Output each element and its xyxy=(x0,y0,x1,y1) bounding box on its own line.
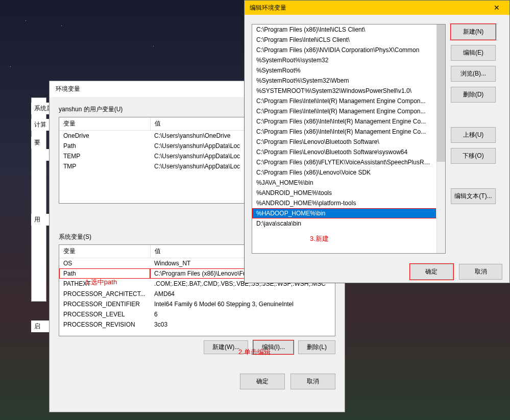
annotation-step3: 3.新建 xyxy=(310,234,329,243)
list-item[interactable]: %SystemRoot%\system32 xyxy=(252,55,436,65)
new-path-button[interactable]: 新建(N) xyxy=(451,24,496,40)
list-item[interactable]: C:\Program Files\Lenovo\Bluetooth Softwa… xyxy=(252,137,436,147)
bg-label-req: 要 xyxy=(31,137,43,149)
list-item[interactable]: %SYSTEMROOT%\System32\WindowsPowerShell\… xyxy=(252,86,436,96)
annotation-step2: 2.单击编辑 xyxy=(238,348,271,357)
table-row[interactable]: PROCESSOR_LEVEL6 xyxy=(59,309,335,319)
bg-label-user: 用 xyxy=(31,214,49,226)
list-item[interactable]: C:\Program Files\Intel\iCLS Client\ xyxy=(252,35,436,45)
browse-path-button[interactable]: 浏览(B)... xyxy=(451,66,496,82)
list-item[interactable]: C:\Program Files (x86)\iFLYTEK\VoiceAssi… xyxy=(252,157,436,167)
var-name: Path xyxy=(59,268,150,279)
scroll-thumb[interactable] xyxy=(436,24,445,162)
annotation-step1: 1.选中path xyxy=(85,278,117,287)
close-icon: ✕ xyxy=(494,4,500,12)
var-name: OneDrive xyxy=(59,131,150,141)
var-value: 3c03 xyxy=(150,319,334,330)
list-item[interactable]: %SystemRoot%\System32\Wbem xyxy=(252,76,436,86)
list-item[interactable]: C:\Program Files (x86)\Intel\Intel(R) Ma… xyxy=(252,127,436,137)
edit-path-button[interactable]: 编辑(E) xyxy=(451,45,496,61)
edit-cancel-button[interactable]: 取消 xyxy=(459,264,502,280)
list-item[interactable]: C:\Program Files (x86)\NVIDIA Corporatio… xyxy=(252,45,436,55)
env-ok-button[interactable]: 确定 xyxy=(240,374,285,389)
list-item[interactable]: C:\Program Files (x86)\Intel\iCLS Client… xyxy=(252,24,436,35)
sys-delete-button[interactable]: 删除(L) xyxy=(298,340,335,354)
user-col-variable[interactable]: 变量 xyxy=(59,117,150,131)
list-item[interactable]: %JAVA_HOME%\bin xyxy=(252,178,436,188)
edit-text-button[interactable]: 编辑文本(T)... xyxy=(451,188,496,204)
bg-label-computer: 计算 xyxy=(31,119,50,131)
var-name: PROCESSOR_LEVEL xyxy=(59,309,150,319)
close-button[interactable]: ✕ xyxy=(484,1,509,15)
env-cancel-button[interactable]: 取消 xyxy=(290,374,335,389)
sys-col-variable[interactable]: 变量 xyxy=(59,245,150,258)
edit-ok-button[interactable]: 确定 xyxy=(410,264,453,280)
var-name: PROCESSOR_REVISION xyxy=(59,319,150,330)
edit-dialog-title: 编辑环境变量 xyxy=(250,4,286,12)
var-name: OS xyxy=(59,258,150,269)
path-list-scrollbar[interactable] xyxy=(436,24,445,253)
list-item[interactable]: %HADOOP_HOME%\bin xyxy=(252,208,436,218)
var-name: TMP xyxy=(59,161,150,171)
list-item[interactable]: C:\Program Files (x86)\Lenovo\Voice SDK xyxy=(252,167,436,178)
var-name: TEMP xyxy=(59,151,150,161)
list-item[interactable]: C:\Program Files\Intel\Intel(R) Manageme… xyxy=(252,96,436,106)
list-item[interactable]: D:\java\scala\bin xyxy=(252,218,436,229)
edit-dialog-titlebar[interactable]: 编辑环境变量 ✕ xyxy=(245,1,509,15)
var-value: Intel64 Family 6 Model 60 Stepping 3, Ge… xyxy=(150,299,334,309)
list-item[interactable]: %SystemRoot% xyxy=(252,65,436,76)
move-up-button[interactable]: 上移(U) xyxy=(451,127,496,143)
edit-environment-variable-dialog: 编辑环境变量 ✕ C:\Program Files (x86)\Intel\iC… xyxy=(244,0,510,283)
var-value: AMD64 xyxy=(150,289,334,299)
list-item[interactable]: C:\Program Files\Intel\Intel(R) Manageme… xyxy=(252,106,436,116)
table-row[interactable]: PROCESSOR_ARCHITECT...AMD64 xyxy=(59,289,335,299)
list-item[interactable]: %ANDROID_HOME%\platform-tools xyxy=(252,198,436,208)
delete-path-button[interactable]: 删除(D) xyxy=(451,87,496,103)
var-name: Path xyxy=(59,141,150,151)
table-row[interactable]: PROCESSOR_IDENTIFIERIntel64 Family 6 Mod… xyxy=(59,299,335,309)
move-down-button[interactable]: 下移(O) xyxy=(451,148,496,164)
var-name: PROCESSOR_IDENTIFIER xyxy=(59,299,150,309)
var-name: PROCESSOR_ARCHITECT... xyxy=(59,289,150,299)
bg-label-startup: 启 xyxy=(31,320,49,332)
list-item[interactable]: C:\Program Files\Lenovo\Bluetooth Softwa… xyxy=(252,147,436,157)
list-item[interactable]: %ANDROID_HOME%\tools xyxy=(252,188,436,198)
path-entries-list[interactable]: C:\Program Files (x86)\Intel\iCLS Client… xyxy=(252,24,446,254)
list-item[interactable]: C:\Program Files (x86)\Intel\Intel(R) Ma… xyxy=(252,116,436,127)
table-row[interactable]: PROCESSOR_REVISION3c03 xyxy=(59,319,335,330)
var-value: 6 xyxy=(150,309,334,319)
